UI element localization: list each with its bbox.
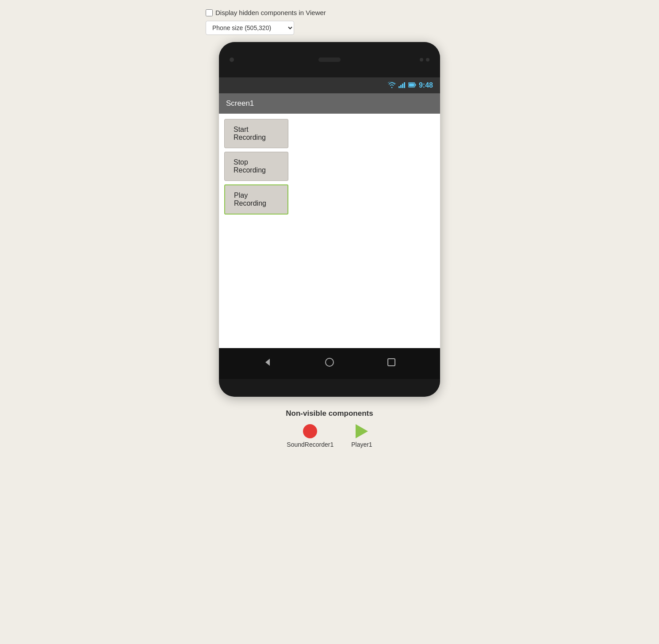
- player-component: Player1: [351, 424, 372, 448]
- battery-icon: [408, 82, 416, 89]
- svg-rect-3: [404, 82, 405, 88]
- speaker-icon: [318, 58, 341, 62]
- svg-rect-6: [409, 84, 414, 87]
- sensor-icon: [420, 58, 423, 61]
- wifi-icon: [388, 82, 396, 89]
- player-label: Player1: [351, 441, 372, 448]
- sound-recorder-component: SoundRecorder1: [287, 424, 333, 448]
- recent-apps-nav-icon[interactable]: [387, 357, 396, 370]
- signal-icon: [398, 82, 406, 89]
- non-visible-section: Non-visible components SoundRecorder1 Pl…: [286, 409, 373, 448]
- svg-rect-1: [400, 85, 402, 88]
- sensor-icon-2: [426, 58, 429, 61]
- stop-recording-button[interactable]: Stop Recording: [224, 152, 288, 181]
- size-select[interactable]: Phone size (505,320) Tablet size (1024,6…: [206, 21, 294, 35]
- app-bar-title: Screen1: [226, 99, 254, 108]
- svg-rect-2: [402, 84, 403, 88]
- phone-sensors: [420, 58, 429, 61]
- screen-content: Start Recording Stop Recording Play Reco…: [219, 114, 440, 348]
- camera-icon: [230, 58, 234, 62]
- phone-bottom-bar: [219, 379, 440, 397]
- play-recording-button[interactable]: Play Recording: [224, 184, 288, 215]
- svg-marker-7: [265, 359, 270, 366]
- svg-rect-0: [398, 86, 400, 88]
- svg-point-8: [326, 358, 333, 366]
- status-icons: 9:48: [388, 81, 433, 89]
- sound-recorder-label: SoundRecorder1: [287, 441, 333, 448]
- svg-rect-5: [415, 84, 416, 86]
- phone-top-bar: [219, 42, 440, 77]
- non-visible-title: Non-visible components: [286, 409, 373, 418]
- home-nav-icon[interactable]: [325, 357, 334, 370]
- phone-frame: 9:48 Screen1 Start Recording Stop Record…: [219, 42, 440, 397]
- start-recording-button[interactable]: Start Recording: [224, 119, 288, 148]
- hidden-components-checkbox[interactable]: [206, 9, 213, 16]
- app-bar: Screen1: [219, 93, 440, 114]
- sound-recorder-icon: [303, 424, 317, 438]
- svg-rect-9: [388, 359, 395, 366]
- top-controls: Display hidden components in Viewer Phon…: [206, 9, 453, 35]
- hidden-components-label: Display hidden components in Viewer: [215, 9, 326, 16]
- phone-nav-bar: [219, 348, 440, 379]
- back-nav-icon[interactable]: [263, 357, 272, 370]
- status-bar: 9:48: [219, 77, 440, 93]
- checkbox-row: Display hidden components in Viewer: [206, 9, 453, 16]
- non-visible-items: SoundRecorder1 Player1: [287, 424, 372, 448]
- player-icon: [356, 424, 368, 438]
- status-time: 9:48: [419, 81, 433, 89]
